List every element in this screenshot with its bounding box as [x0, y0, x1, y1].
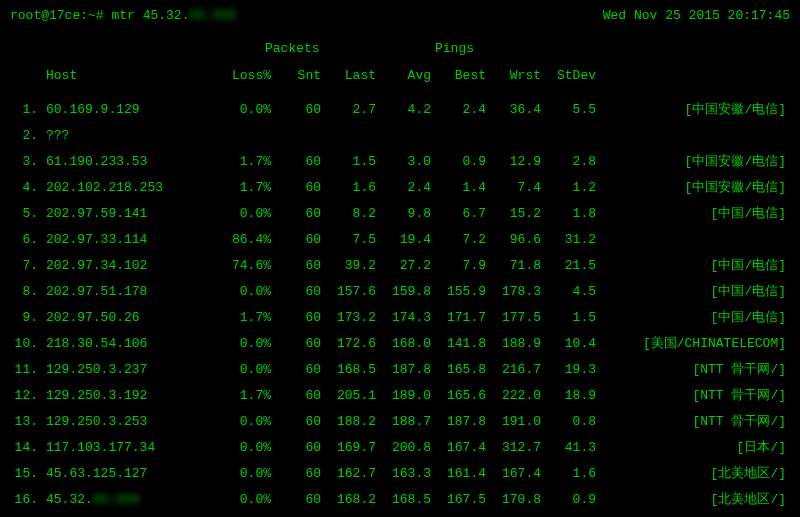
row-last: 168.5 — [321, 362, 376, 377]
row-loss: 0.0% — [216, 102, 271, 117]
row-host: 202.97.33.114 — [46, 232, 216, 247]
prompt-masked-ip: XX.XXX — [189, 8, 236, 23]
row-last: 205.1 — [321, 388, 376, 403]
row-index: 2. — [10, 128, 46, 143]
table-row: 4.202.102.218.2531.7%601.62.41.47.41.2[中… — [10, 174, 790, 200]
row-last: 1.5 — [321, 154, 376, 169]
row-wrst: 15.2 — [486, 206, 541, 221]
row-index: 12. — [10, 388, 46, 403]
table-row: 13.129.250.3.2530.0%60188.2188.7187.8191… — [10, 408, 790, 434]
row-location: [北美地区/] — [596, 490, 790, 508]
row-snt: 60 — [271, 102, 321, 117]
row-stdev: 31.2 — [541, 232, 596, 247]
table-row: 14.117.103.177.340.0%60169.7200.8167.431… — [10, 434, 790, 460]
table-row: 9.202.97.50.261.7%60173.2174.3171.7177.5… — [10, 304, 790, 330]
row-host-value: 218.30.54.106 — [46, 336, 147, 351]
row-stdev: 41.3 — [541, 440, 596, 455]
row-last: 188.2 — [321, 414, 376, 429]
row-location: [中国安徽/电信] — [596, 178, 790, 196]
prompt-command: mtr 45.32. — [111, 8, 189, 23]
row-host: 202.97.59.141 — [46, 206, 216, 221]
row-location: [NTT 骨干网/] — [596, 386, 790, 404]
row-wrst: 170.8 — [486, 492, 541, 507]
row-host: 60.169.9.129 — [46, 102, 216, 117]
table-row: 6.202.97.33.11486.4%607.519.47.296.631.2 — [10, 226, 790, 252]
table-row: 10.218.30.54.1060.0%60172.6168.0141.8188… — [10, 330, 790, 356]
row-stdev: 1.6 — [541, 466, 596, 481]
row-host-value: 202.97.34.102 — [46, 258, 147, 273]
row-last: 157.6 — [321, 284, 376, 299]
row-loss: 86.4% — [216, 232, 271, 247]
row-avg: 174.3 — [376, 310, 431, 325]
row-host: 129.250.3.253 — [46, 414, 216, 429]
row-host-value: 60.169.9.129 — [46, 102, 140, 117]
row-index: 11. — [10, 362, 46, 377]
row-host-value: 202.102.218.253 — [46, 180, 163, 195]
row-host: 129.250.3.237 — [46, 362, 216, 377]
row-stdev: 1.8 — [541, 206, 596, 221]
row-last: 1.6 — [321, 180, 376, 195]
row-host-value: 45.32. — [46, 492, 93, 507]
row-wrst: 71.8 — [486, 258, 541, 273]
row-loss: 0.0% — [216, 440, 271, 455]
table-row: 7.202.97.34.10274.6%6039.227.27.971.821.… — [10, 252, 790, 278]
row-snt: 60 — [271, 414, 321, 429]
row-avg: 19.4 — [376, 232, 431, 247]
row-snt: 60 — [271, 440, 321, 455]
row-best: 1.4 — [431, 180, 486, 195]
row-snt: 60 — [271, 388, 321, 403]
row-loss: 0.0% — [216, 336, 271, 351]
row-wrst: 36.4 — [486, 102, 541, 117]
row-wrst: 177.5 — [486, 310, 541, 325]
col-last: Last — [321, 68, 376, 83]
row-snt: 60 — [271, 180, 321, 195]
row-avg: 9.8 — [376, 206, 431, 221]
col-avg: Avg — [376, 68, 431, 83]
row-snt: 60 — [271, 232, 321, 247]
row-host: 202.97.50.26 — [46, 310, 216, 325]
row-snt: 60 — [271, 206, 321, 221]
row-best: 6.7 — [431, 206, 486, 221]
row-loss: 0.0% — [216, 284, 271, 299]
row-loss: 1.7% — [216, 154, 271, 169]
row-host-value: 45.63.125.127 — [46, 466, 147, 481]
row-last: 39.2 — [321, 258, 376, 273]
row-best: 161.4 — [431, 466, 486, 481]
row-avg: 168.0 — [376, 336, 431, 351]
row-avg: 189.0 — [376, 388, 431, 403]
row-index: 16. — [10, 492, 46, 507]
row-loss: 74.6% — [216, 258, 271, 273]
row-wrst: 178.3 — [486, 284, 541, 299]
row-index: 10. — [10, 336, 46, 351]
row-host-value: 61.190.233.53 — [46, 154, 147, 169]
row-location: [美国/CHINATELECOM] — [596, 334, 790, 352]
row-avg: 200.8 — [376, 440, 431, 455]
mtr-table-body: 1.60.169.9.1290.0%602.74.22.436.45.5[中国安… — [10, 96, 790, 512]
row-host: 117.103.177.34 — [46, 440, 216, 455]
row-avg: 188.7 — [376, 414, 431, 429]
row-stdev: 0.9 — [541, 492, 596, 507]
row-best: 7.2 — [431, 232, 486, 247]
row-location: [北美地区/] — [596, 464, 790, 482]
row-wrst: 12.9 — [486, 154, 541, 169]
row-wrst: 167.4 — [486, 466, 541, 481]
table-row: 1.60.169.9.1290.0%602.74.22.436.45.5[中国安… — [10, 96, 790, 122]
row-avg: 168.5 — [376, 492, 431, 507]
table-row: 3.61.190.233.531.7%601.53.00.912.92.8[中国… — [10, 148, 790, 174]
row-location: [日本/] — [596, 438, 790, 456]
row-stdev: 19.3 — [541, 362, 596, 377]
table-row: 11.129.250.3.2370.0%60168.5187.8165.8216… — [10, 356, 790, 382]
row-stdev: 5.5 — [541, 102, 596, 117]
group-packets-label: Packets — [265, 41, 335, 56]
row-wrst: 216.7 — [486, 362, 541, 377]
col-best: Best — [431, 68, 486, 83]
row-wrst: 312.7 — [486, 440, 541, 455]
row-host-value: 129.250.3.253 — [46, 414, 147, 429]
row-stdev: 21.5 — [541, 258, 596, 273]
col-stdev: StDev — [541, 68, 596, 83]
row-loss: 1.7% — [216, 180, 271, 195]
group-header-row: Packets Pings — [10, 41, 790, 56]
col-loss: Loss% — [216, 68, 271, 83]
row-snt: 60 — [271, 336, 321, 351]
row-last: 172.6 — [321, 336, 376, 351]
